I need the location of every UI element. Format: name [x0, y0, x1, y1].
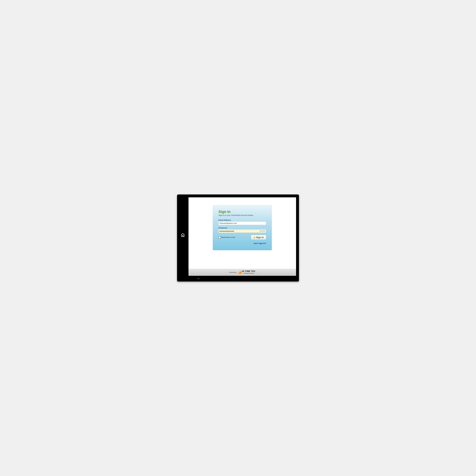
- email-label: Email Address: [219, 219, 266, 221]
- remember-label: Remember email: [221, 236, 235, 238]
- intimetec-logo: IN TIME TEC Creating Abundance: [238, 270, 255, 274]
- content-area: Sign In Sign in to your SmartVault accou…: [188, 197, 296, 269]
- tablet-frame: Sign In Sign in to your SmartVault accou…: [177, 194, 299, 282]
- svg-rect-0: [254, 237, 255, 238]
- remember-email-checkbox[interactable]: Remember email: [219, 236, 235, 238]
- password-label: Password: [219, 227, 266, 229]
- signin-title: Sign In: [219, 210, 266, 214]
- logo-tagline-text: Creating Abundance: [243, 273, 255, 274]
- app-screen: Sign In Sign in to your SmartVault accou…: [188, 197, 296, 276]
- signin-button-label: Sign In: [256, 236, 264, 239]
- signin-subtitle: Sign in to your SmartVault account below: [219, 214, 266, 216]
- home-icon: [181, 233, 185, 238]
- powered-by-label: Powered by: [229, 272, 237, 273]
- footer-bar: Powered by IN TIME TEC Creating Abundanc…: [188, 269, 296, 276]
- lock-icon: [254, 236, 255, 238]
- signin-button[interactable]: Sign In: [251, 235, 266, 240]
- home-button[interactable]: [177, 194, 188, 276]
- password-wrap: SHOW: [219, 229, 266, 233]
- email-field[interactable]: [219, 221, 266, 225]
- signin-card: Sign In Sign in to your SmartVault accou…: [213, 205, 272, 250]
- logo-tagline-wrap: Creating Abundance: [242, 272, 255, 274]
- checkbox-box-icon: [219, 236, 221, 238]
- logo-main-text: IN TIME TEC: [242, 270, 255, 272]
- back-button[interactable]: [188, 276, 207, 282]
- cant-sign-in-link[interactable]: Can't sign in?: [219, 242, 266, 244]
- actions-row: Remember email Sign In: [219, 235, 266, 240]
- logo-text: IN TIME TEC Creating Abundance: [242, 270, 255, 274]
- back-arrow-icon: [197, 277, 201, 280]
- show-password-button[interactable]: SHOW: [259, 229, 266, 233]
